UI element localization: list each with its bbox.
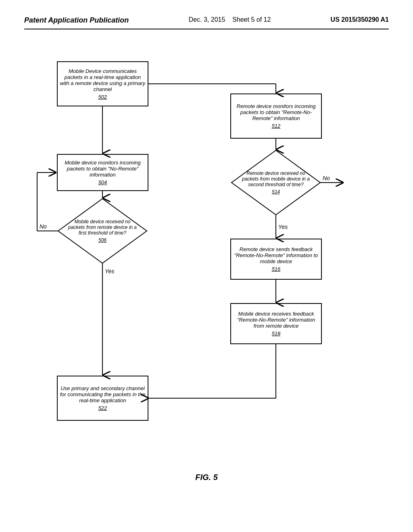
diamond-506-ref: 506	[98, 237, 106, 243]
diamond-514-text: Remote device received no packets from m…	[240, 170, 311, 187]
box-518-text: Mobile device receives feedback "Remote-…	[233, 311, 319, 329]
diamond-506-text: Mobile device received no packets from r…	[67, 219, 138, 236]
box-504-ref: 504	[98, 179, 107, 185]
diagram-container: Mobile Device communicates packets in a …	[33, 54, 380, 465]
diagram-svg: Mobile Device communicates packets in a …	[33, 54, 380, 465]
page: Patent Application Publication Dec. 3, 2…	[0, 0, 413, 532]
header-sheet: Sheet 5 of 12	[232, 16, 271, 23]
box-516-text: Remote device sends feedback "Remote-No-…	[233, 246, 319, 264]
header-date: Dec. 3, 2015	[189, 16, 225, 23]
no-506-label: No	[40, 223, 47, 230]
fig-label: FIG. 5	[24, 473, 389, 482]
yes-514-label: Yes	[278, 224, 288, 230]
box-516-ref: 516	[272, 266, 281, 272]
header-left: Patent Application Publication	[24, 16, 129, 25]
header-right: US 2015/350290 A1	[331, 16, 389, 23]
box-512-ref: 512	[272, 123, 281, 129]
box-502-ref: 502	[98, 94, 107, 100]
box-502-text: Mobile Device communicates packets in a …	[60, 68, 146, 92]
box-522-text: Use primary and secondary channel for co…	[60, 385, 146, 403]
box-504-text: Mobile device monitors incoming packets …	[60, 160, 146, 178]
header: Patent Application Publication Dec. 3, 2…	[24, 16, 389, 29]
box-512-text: Remote device monitors incoming packets …	[233, 103, 319, 121]
no-514-label: No	[323, 175, 330, 181]
header-center: Dec. 3, 2015 Sheet 5 of 12	[189, 16, 271, 23]
box-522-ref: 522	[98, 405, 107, 411]
yes-506-label: Yes	[105, 268, 114, 274]
box-518-ref: 518	[272, 330, 281, 337]
diamond-514-ref: 514	[272, 189, 280, 195]
